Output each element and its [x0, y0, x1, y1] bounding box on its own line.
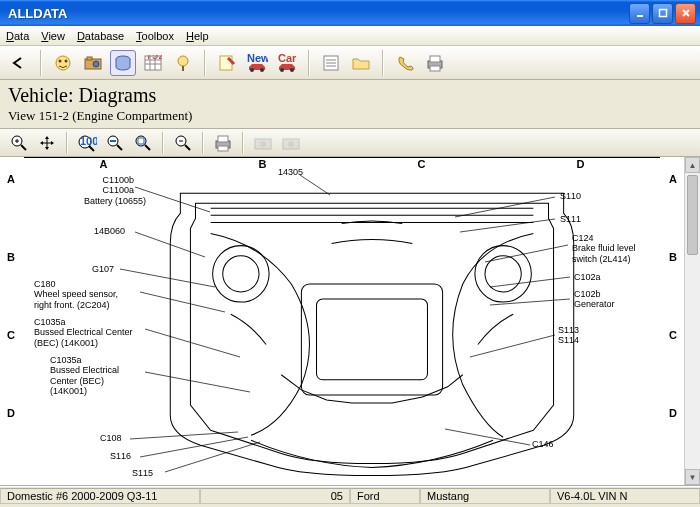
svg-line-45 — [117, 145, 122, 150]
callout-s110: S110 — [560, 191, 581, 201]
svg-line-65 — [135, 187, 210, 212]
pin-icon[interactable] — [170, 50, 196, 76]
svg-line-74 — [300, 175, 330, 195]
svg-line-71 — [130, 432, 238, 439]
titlebar: ALLDATA — [0, 0, 700, 26]
page-subtitle: View 151-2 (Engine Compartment) — [8, 108, 692, 124]
svg-text:New: New — [247, 54, 268, 64]
page-header: Vehicle: Diagrams View 151-2 (Engine Com… — [0, 80, 700, 129]
svg-point-9 — [93, 61, 99, 67]
svg-line-35 — [21, 145, 26, 150]
svg-point-22 — [250, 68, 254, 72]
fit-width-icon[interactable] — [102, 130, 128, 156]
svg-line-72 — [140, 437, 248, 457]
svg-line-50 — [185, 145, 190, 150]
phone-icon[interactable] — [392, 50, 418, 76]
new-car-icon[interactable]: New — [244, 50, 270, 76]
callout-s116: S116 — [110, 451, 131, 461]
print-icon[interactable] — [422, 50, 448, 76]
status-database: Domestic #6 2000-2009 Q3-11 — [0, 488, 200, 504]
separator — [382, 50, 384, 76]
car-icon[interactable]: Car — [274, 50, 300, 76]
svg-line-78 — [490, 277, 570, 287]
svg-line-66 — [135, 232, 205, 257]
svg-line-70 — [145, 372, 250, 392]
menubar: Data View Database Toolbox Help — [0, 26, 700, 46]
window-buttons — [629, 3, 696, 24]
svg-point-58 — [288, 141, 294, 147]
callout-c1100b: C1100b C1100a Battery (10655) — [84, 175, 134, 206]
scroll-thumb[interactable] — [687, 175, 698, 255]
move-icon[interactable] — [34, 130, 60, 156]
menu-help[interactable]: Help — [186, 30, 209, 42]
scroll-down-button[interactable]: ▼ — [685, 469, 700, 485]
callout-c102a: C102a — [574, 272, 601, 282]
scroll-up-button[interactable]: ▲ — [685, 157, 700, 173]
svg-line-80 — [470, 335, 555, 357]
note-icon[interactable] — [214, 50, 240, 76]
svg-line-77 — [485, 245, 568, 262]
svg-rect-32 — [430, 56, 440, 62]
separator — [40, 50, 42, 76]
callout-c1035a-2: C1035a Bussed Electrical Center (BEC) (1… — [50, 355, 119, 396]
status-engine: V6-4.0L VIN N — [550, 488, 700, 504]
callout-s113: S113 S114 — [558, 325, 579, 346]
window-title: ALLDATA — [8, 6, 629, 21]
svg-text:Car: Car — [278, 54, 297, 64]
minimize-button[interactable] — [629, 3, 650, 24]
svg-line-76 — [460, 219, 555, 232]
svg-point-23 — [260, 68, 264, 72]
svg-point-25 — [280, 68, 284, 72]
menu-database[interactable]: Database — [77, 30, 124, 42]
zoom-in-icon[interactable] — [6, 130, 32, 156]
zoom-100-icon[interactable]: 100 — [74, 130, 100, 156]
callout-c124: C124 Brake fluid level switch (2L414) — [572, 233, 636, 264]
main-toolbar: 7520 New Car — [0, 46, 700, 80]
svg-text:7520: 7520 — [146, 55, 162, 61]
separator — [242, 132, 244, 154]
callout-s111: S111 — [560, 214, 581, 224]
svg-point-56 — [260, 141, 266, 147]
vehicle-icon[interactable] — [50, 50, 76, 76]
zoom-out-icon[interactable] — [170, 130, 196, 156]
history-icon[interactable] — [318, 50, 344, 76]
menu-view[interactable]: View — [41, 30, 65, 42]
close-button[interactable] — [675, 3, 696, 24]
camera-icon[interactable] — [80, 50, 106, 76]
separator — [162, 132, 164, 154]
callout-s115: S115 — [132, 468, 153, 478]
callout-14305: 14305 — [278, 167, 303, 177]
grid-icon[interactable]: 7520 — [140, 50, 166, 76]
diagram-canvas[interactable]: A B C D A B C D A B C D — [0, 157, 684, 485]
svg-point-6 — [65, 59, 68, 62]
print-diagram-icon[interactable] — [210, 130, 236, 156]
snapshot-icon — [250, 130, 276, 156]
vertical-scrollbar[interactable]: ▲ ▼ — [684, 157, 700, 485]
snapshot2-icon — [278, 130, 304, 156]
folder-icon[interactable] — [348, 50, 374, 76]
svg-line-81 — [445, 429, 530, 445]
svg-rect-53 — [218, 136, 228, 142]
database-icon[interactable] — [110, 50, 136, 76]
statusbar: Domestic #6 2000-2009 Q3-11 05 Ford Must… — [0, 486, 700, 504]
menu-toolbox[interactable]: Toolbox — [136, 30, 174, 42]
fit-page-icon[interactable] — [130, 130, 156, 156]
separator — [66, 132, 68, 154]
callout-c146: C146 — [532, 439, 554, 449]
diagram-viewport: A B C D A B C D A B C D — [0, 157, 700, 486]
separator — [204, 50, 206, 76]
svg-line-68 — [140, 292, 225, 312]
svg-line-79 — [490, 299, 570, 305]
svg-rect-8 — [87, 57, 92, 60]
status-make: Ford — [350, 488, 420, 504]
viewer-toolbar: 100 — [0, 129, 700, 157]
back-button[interactable] — [6, 50, 32, 76]
separator — [308, 50, 310, 76]
maximize-button[interactable] — [652, 3, 673, 24]
menu-data[interactable]: Data — [6, 30, 29, 42]
page-title: Vehicle: Diagrams — [8, 84, 692, 107]
svg-point-17 — [178, 56, 188, 66]
svg-line-75 — [455, 197, 555, 217]
separator — [202, 132, 204, 154]
callout-g107: G107 — [92, 264, 114, 274]
